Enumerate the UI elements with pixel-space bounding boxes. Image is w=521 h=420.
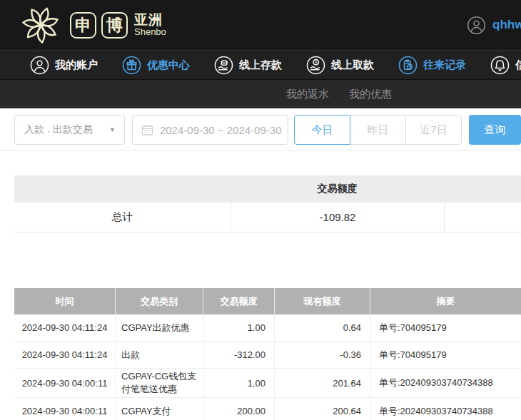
cell-type: CGPAY-CG钱包支付笔笔送优惠 [115, 369, 203, 397]
flower-icon [20, 4, 61, 46]
sub-nav: 我的返水 我的优惠 [0, 80, 521, 108]
date-range-value: 2024-09-30 ~ 2024-09-30 [160, 124, 282, 136]
transaction-type-select[interactable]: 入款 . 出款交易 ▼ [14, 115, 125, 145]
cell-balance: 200.64 [274, 398, 370, 420]
table-row: 2024-09-30 04:00:11 CGPAY-CG钱包支付笔笔送优惠 1.… [14, 369, 521, 398]
withdraw-icon: $ [306, 56, 325, 75]
transaction-type-value: 入款 . 出款交易 [24, 123, 93, 136]
cell-summary: 单号:704095179 [370, 314, 521, 341]
cell-balance: 0.64 [274, 314, 370, 341]
search-button[interactable]: 查询 [469, 115, 521, 145]
column-header: 时间 [14, 288, 115, 314]
calendar-icon [141, 124, 153, 136]
cell-amount: -312.00 [203, 342, 274, 368]
quick-range-button[interactable]: 今日 [294, 115, 350, 145]
subnav-item-promotions[interactable]: 我的优惠 [349, 88, 392, 101]
cell-balance: 201.64 [274, 369, 370, 397]
top-header: 申 博 亚洲 Shenbo qhhw [0, 0, 521, 50]
summary-empty-cell [444, 203, 521, 232]
nav-item-withdraw[interactable]: $ 线上取款 [306, 56, 374, 75]
summary-total-row: 总计 -109.82 [14, 203, 521, 232]
table-row: 2024-09-30 04:11:24 CGPAY出款优惠 1.00 0.64 … [14, 314, 521, 342]
page: 申 博 亚洲 Shenbo qhhw 我的账户 优惠中心 线上存款 $ 线上取款 [0, 0, 521, 420]
subnav-item-rebates[interactable]: 我的返水 [286, 88, 329, 101]
nav-item-deposit[interactable]: 线上存款 [214, 56, 282, 75]
column-header: 现有额度 [274, 288, 370, 314]
nav-item-records[interactable]: 往来记录 [398, 56, 466, 75]
column-header: 摘要 [370, 288, 521, 314]
logo-region: 亚洲 [134, 13, 166, 27]
user-avatar-icon [467, 16, 486, 35]
logo-char-shen: 申 [70, 12, 96, 39]
main-nav: 我的账户 优惠中心 线上存款 $ 线上取款 往来记录 信息 [0, 50, 521, 80]
cell-amount: 200.00 [203, 398, 274, 420]
summary-total-label: 总计 [14, 203, 231, 232]
transactions-header-row: 时间交易类别交易额度现有额度摘要 [14, 288, 521, 314]
bell-icon [490, 56, 510, 75]
cell-time: 2024-09-30 04:00:11 [14, 369, 115, 397]
cell-time: 2024-09-30 04:11:24 [14, 342, 115, 368]
cell-summary: 单号:202409303740734388 [370, 369, 521, 397]
deposit-icon [214, 56, 233, 75]
records-icon [398, 56, 418, 75]
table-row: 2024-09-30 04:00:11 CGPAY支付 200.00 200.6… [14, 398, 521, 420]
cell-time: 2024-09-30 04:00:11 [14, 398, 115, 420]
cell-summary: 单号:704095179 [370, 342, 521, 368]
summary-table: 交易额度 总计 -109.82 [14, 175, 521, 232]
username[interactable]: qhhw [492, 18, 521, 32]
svg-text:$: $ [315, 60, 318, 64]
column-header: 交易类别 [115, 288, 203, 314]
filter-bar: 入款 . 出款交易 ▼ 2024-09-30 ~ 2024-09-30 今日 昨… [0, 108, 521, 151]
cell-type: 出款 [115, 342, 203, 368]
transactions-body: 2024-09-30 04:11:24 CGPAY出款优惠 1.00 0.64 … [14, 314, 521, 420]
nav-item-messages[interactable]: 信息 [490, 56, 521, 75]
nav-item-account[interactable]: 我的账户 [30, 56, 98, 75]
logo-subtitle: Shenbo [134, 27, 166, 37]
chevron-down-icon: ▼ [109, 126, 116, 133]
cell-amount: 1.00 [203, 314, 274, 341]
column-header: 交易额度 [203, 288, 274, 314]
cell-type: CGPAY支付 [115, 398, 203, 420]
user-icon [30, 56, 49, 75]
cell-summary: 单号:202409303740734388 [370, 398, 521, 420]
quick-range-group: 今日 昨日 近7日 [294, 115, 462, 145]
quick-range-button[interactable]: 昨日 [350, 115, 406, 145]
summary-total-value: -109.82 [231, 203, 444, 232]
summary-column-header: 交易额度 [231, 183, 444, 195]
nav-item-promotions[interactable]: 优惠中心 [122, 56, 190, 75]
date-range-input[interactable]: 2024-09-30 ~ 2024-09-30 [132, 115, 288, 145]
user-box[interactable]: qhhw [467, 0, 521, 50]
cell-type: CGPAY出款优惠 [115, 314, 203, 341]
table-row: 2024-09-30 04:11:24 出款 -312.00 -0.36 单号:… [14, 342, 521, 369]
quick-range-button[interactable]: 近7日 [405, 115, 462, 145]
summary-header-row: 交易额度 [14, 175, 521, 203]
transactions-table: 时间交易类别交易额度现有额度摘要 2024-09-30 04:11:24 CGP… [14, 288, 521, 420]
logo-char-bo: 博 [101, 12, 128, 39]
brand-logo[interactable]: 申 博 亚洲 Shenbo [20, 4, 166, 46]
gift-icon [122, 56, 141, 75]
cell-amount: 1.00 [203, 369, 274, 397]
cell-time: 2024-09-30 04:11:24 [14, 314, 115, 341]
cell-balance: -0.36 [274, 342, 370, 368]
